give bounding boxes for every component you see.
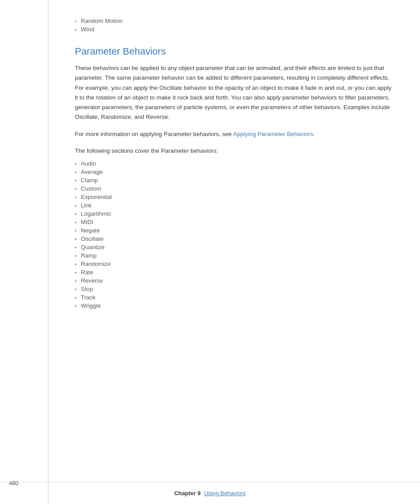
bullet-dot: • xyxy=(75,245,77,250)
body-paragraph: These behaviors can be applied to any ob… xyxy=(75,63,394,122)
bullet-dot: • xyxy=(75,187,77,191)
list-item: •Wriggle xyxy=(75,302,394,309)
bullet-dot: • xyxy=(75,220,77,225)
param-item-14: Reverse xyxy=(81,277,103,284)
bullet-dot: • xyxy=(75,212,77,217)
bullet-dot: • xyxy=(75,228,77,233)
param-item-3: Custom xyxy=(81,185,102,192)
param-item-15: Stop xyxy=(81,286,93,292)
bullet-dot: • xyxy=(75,195,77,200)
param-item-5: Link xyxy=(81,202,92,209)
bullet-dot: • xyxy=(75,279,77,283)
list-item: •Rate xyxy=(75,269,394,276)
footer-bar: Chapter 9 Using Behaviors xyxy=(0,482,420,504)
top-bullet-1: Random Motion xyxy=(81,18,123,24)
bullet-dot: • xyxy=(75,19,77,24)
bullet-dot: • xyxy=(75,262,77,267)
list-item: •Reverse xyxy=(75,277,394,284)
list-item: •Track xyxy=(75,294,394,301)
top-bullet-list: • Random Motion • Wind xyxy=(75,18,394,33)
bullet-dot: • xyxy=(75,27,77,32)
list-item: •Stop xyxy=(75,286,394,292)
param-item-10: Quantize xyxy=(81,244,105,250)
see-more-paragraph: For more information on applying Paramet… xyxy=(75,129,394,139)
bullet-dot: • xyxy=(75,295,77,300)
list-item: •MIDI xyxy=(75,219,394,225)
list-item: •Link xyxy=(75,202,394,209)
param-item-7: MIDI xyxy=(81,219,94,225)
list-item: •Audio xyxy=(75,160,394,167)
list-item: •Negate xyxy=(75,227,394,234)
list-item: •Oscillate xyxy=(75,235,394,242)
param-item-8: Negate xyxy=(81,227,100,234)
section-heading: Parameter Behaviors xyxy=(75,46,394,57)
footer-content: Chapter 9 Using Behaviors xyxy=(174,490,246,497)
page-container: 460 • Random Motion • Wind Parameter Beh… xyxy=(0,0,420,504)
list-item: • Random Motion xyxy=(75,18,394,24)
see-more-prefix: For more information on applying Paramet… xyxy=(75,131,233,137)
param-item-4: Exponential xyxy=(81,194,112,200)
bullet-dot: • xyxy=(75,203,77,208)
see-more-suffix: . xyxy=(313,131,315,137)
param-item-13: Rate xyxy=(81,269,94,276)
param-item-11: Ramp xyxy=(81,252,97,259)
param-item-1: Average xyxy=(81,169,103,175)
content-area: • Random Motion • Wind Parameter Behavio… xyxy=(48,0,420,504)
parameter-list: •Audio •Average •Clamp •Custom •Exponent… xyxy=(75,160,394,309)
footer-chapter: Chapter 9 xyxy=(174,490,201,497)
list-item: •Custom xyxy=(75,185,394,192)
left-margin: 460 xyxy=(0,0,48,504)
list-item: •Quantize xyxy=(75,244,394,250)
list-item: •Average xyxy=(75,169,394,175)
footer-link[interactable]: Using Behaviors xyxy=(204,490,246,497)
bullet-dot: • xyxy=(75,270,77,275)
param-item-2: Clamp xyxy=(81,177,98,184)
bullet-dot: • xyxy=(75,304,77,309)
list-item: •Exponential xyxy=(75,194,394,200)
param-item-17: Wriggle xyxy=(81,302,101,309)
list-item: •Randomize xyxy=(75,261,394,267)
param-item-9: Oscillate xyxy=(81,235,104,242)
bullet-dot: • xyxy=(75,162,77,166)
bullet-dot: • xyxy=(75,254,77,258)
list-item: •Clamp xyxy=(75,177,394,184)
see-more-link[interactable]: Applying Parameter Behaviors xyxy=(233,131,313,137)
param-item-12: Randomize xyxy=(81,261,111,267)
list-item: •Ramp xyxy=(75,252,394,259)
bullet-dot: • xyxy=(75,178,77,183)
top-bullet-2: Wind xyxy=(81,26,95,33)
list-item: • Wind xyxy=(75,26,394,33)
bullet-dot: • xyxy=(75,237,77,242)
param-item-6: Logarithmic xyxy=(81,210,112,217)
param-item-16: Track xyxy=(81,294,96,301)
list-item: •Logarithmic xyxy=(75,210,394,217)
bullet-dot: • xyxy=(75,287,77,292)
bullet-dot: • xyxy=(75,170,77,175)
param-item-0: Audio xyxy=(81,160,96,167)
list-intro: The following sections cover the Paramet… xyxy=(75,146,394,156)
